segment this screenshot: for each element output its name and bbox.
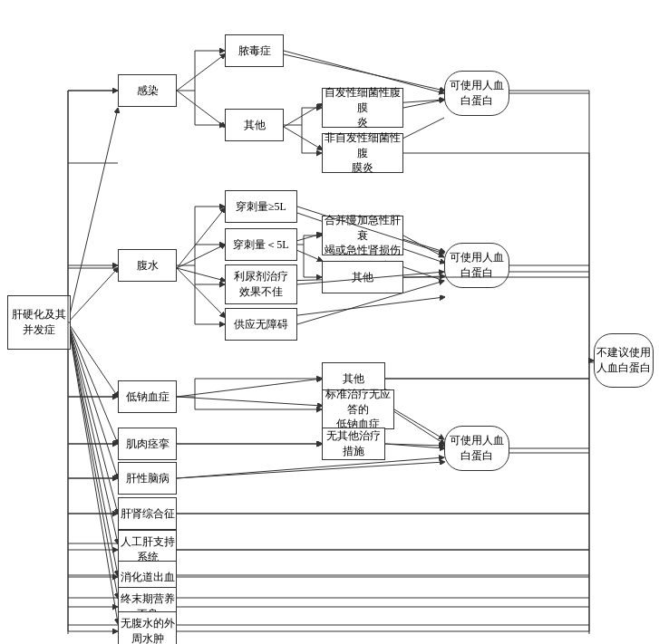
can-use-2-node: 可使用人血白蛋白 <box>444 243 509 288</box>
non-sbp-node: 非自发性细菌性腹膜炎 <box>322 133 403 173</box>
hepatic-encephalopathy-node: 肝性脑病 <box>118 462 177 495</box>
svg-line-34 <box>177 268 225 317</box>
infection-node: 感染 <box>118 74 177 107</box>
svg-line-31 <box>177 208 225 268</box>
svg-line-32 <box>177 245 225 268</box>
svg-line-33 <box>177 268 225 281</box>
svg-line-7 <box>68 322 118 543</box>
refractory-hyponatremia-node: 标准治疗无应答的低钠血症 <box>322 389 394 429</box>
hepatorenal-syndrome-node: 肝肾综合征 <box>118 497 177 530</box>
hyponatremia-node: 低钠血症 <box>118 380 177 413</box>
svg-line-10 <box>68 322 118 623</box>
can-use-3-node: 可使用人血白蛋白 <box>444 426 509 471</box>
diuretic-poor-node: 利尿剂治疗效果不佳 <box>225 264 297 304</box>
puncture5plus-node: 穿刺量≥5L <box>225 190 297 223</box>
other-ascites-node: 其他 <box>322 261 403 293</box>
svg-line-41 <box>284 297 444 317</box>
can-use-1-node: 可使用人血白蛋白 <box>444 71 509 116</box>
svg-line-48 <box>385 444 444 448</box>
sbp-node: 自发性细菌性腹膜炎 <box>322 88 403 128</box>
no-other-treatment-node: 无其他治疗措施 <box>322 428 385 460</box>
diagram-container: 肝硬化及其并发症 感染 腹水 低钠血症 肌肉痉挛 肝性脑病 肝肾综合征 人工肝支… <box>0 0 659 644</box>
svg-line-9 <box>68 322 118 598</box>
svg-line-3 <box>68 322 118 397</box>
bacteremia-node: 脓毒症 <box>225 34 284 67</box>
complicated-ascites-node: 合并慢加急性肝衰竭或急性肾损伤 <box>322 216 403 255</box>
svg-line-43 <box>177 379 322 397</box>
svg-line-5 <box>68 322 118 478</box>
svg-line-8 <box>68 322 118 575</box>
svg-line-23 <box>177 54 225 91</box>
other-infection-node: 其他 <box>225 109 284 141</box>
svg-line-25 <box>284 104 322 127</box>
svg-line-6 <box>68 322 118 514</box>
root-node: 肝硬化及其并发症 <box>7 295 71 350</box>
ascites-node: 腹水 <box>118 249 177 282</box>
cramps-node: 肌肉痉挛 <box>118 428 177 460</box>
svg-line-24 <box>177 91 225 127</box>
svg-line-2 <box>68 268 118 322</box>
svg-line-49 <box>177 462 444 478</box>
not-recommended-node: 不建议使用人血白蛋白 <box>594 333 654 388</box>
puncture5less-node: 穿刺量＜5L <box>225 228 297 261</box>
svg-line-26 <box>284 127 322 149</box>
svg-line-1 <box>68 109 118 322</box>
peripheral-edema-node: 无腹水的外周水肿 <box>118 611 177 644</box>
supply-no-obstacle-node: 供应无障碍 <box>225 308 297 341</box>
svg-line-4 <box>68 322 118 444</box>
svg-line-44 <box>177 397 322 406</box>
